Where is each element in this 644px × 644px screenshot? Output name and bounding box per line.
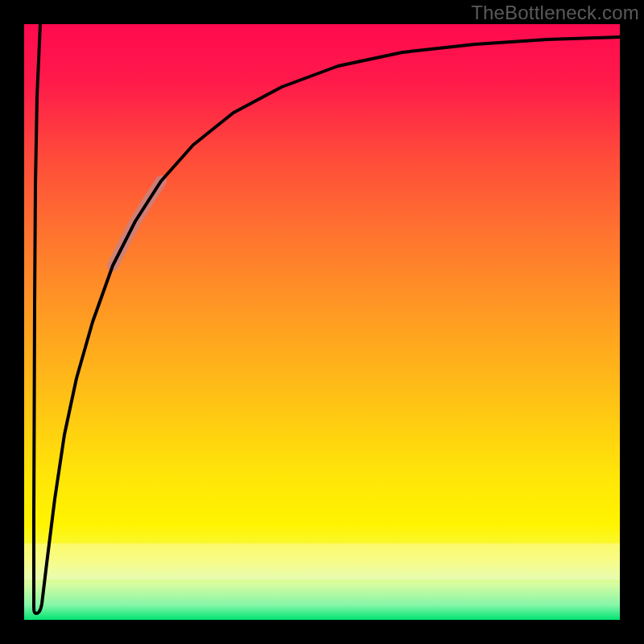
chart-svg [0, 0, 644, 644]
pale-overlay-band [24, 543, 620, 580]
chart-stage: TheBottleneck.com [0, 0, 644, 644]
plot-area [24, 24, 620, 620]
